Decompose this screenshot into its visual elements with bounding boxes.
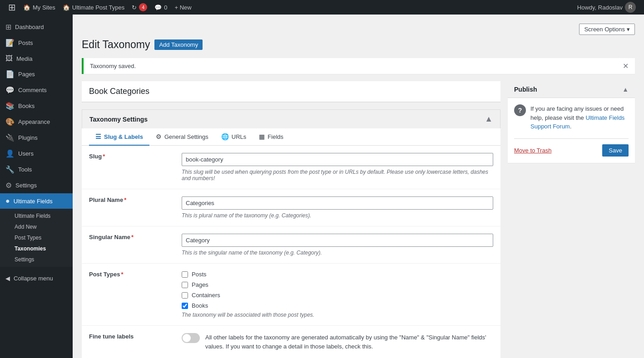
slug-input[interactable] xyxy=(182,153,493,166)
fine-tune-label: Fine tune labels xyxy=(82,326,182,358)
post-types-books-label: Books xyxy=(192,302,208,309)
taxonomy-settings-box: Taxonomy Settings ▲ ☰ Slug & Labels ⚙ Ge… xyxy=(82,109,500,358)
sidebar-item-label: Appearance xyxy=(18,118,50,125)
publish-body: ? If you are facing any issues or need h… xyxy=(508,98,635,163)
site-name-menu[interactable]: 🏠 Ultimate Post Types xyxy=(59,0,128,15)
post-types-containers-label: Containers xyxy=(192,292,220,299)
sidebar-item-tools[interactable]: 🔧 Tools xyxy=(0,162,73,177)
ultimate-fields-submenu: Ultimate Fields Add New Post Types Taxon… xyxy=(0,209,73,267)
wp-logo-menu[interactable]: ⊞ xyxy=(5,0,20,15)
fine-tune-text: All other labels for the taxonomy are ge… xyxy=(205,333,493,351)
comments-count: 0 xyxy=(164,4,167,11)
screen-options-button[interactable]: Screen Options ▾ xyxy=(579,24,635,35)
main-area: Book Categories Taxonomy Settings ▲ ☰ Sl… xyxy=(82,81,635,358)
sidebar-item-books[interactable]: 📚 Books xyxy=(0,98,73,114)
success-notice: Taxonomy saved. ✕ xyxy=(82,58,635,74)
post-types-containers-item[interactable]: Containers xyxy=(182,292,493,299)
users-icon: 👤 xyxy=(5,149,15,158)
sidebar-item-label: Comments xyxy=(18,87,47,93)
general-settings-tab-icon: ⚙ xyxy=(156,133,162,140)
content-box: Book Categories xyxy=(82,81,500,102)
move-to-trash-link[interactable]: Move to Trash xyxy=(514,147,551,154)
submenu-item-post-types[interactable]: Post Types xyxy=(0,232,73,243)
main-content: Screen Options ▾ Edit Taxonomy Add Taxon… xyxy=(73,15,644,358)
collapse-icon: ◀ xyxy=(5,275,10,282)
post-types-containers-checkbox[interactable] xyxy=(182,292,188,299)
singular-name-content: This is the singular name of the taxonom… xyxy=(182,226,500,263)
singular-name-row: Singular Name * This is the singular nam… xyxy=(82,226,500,264)
sidebar-item-label: Books xyxy=(18,103,35,109)
singular-name-input[interactable] xyxy=(182,234,493,247)
updates-icon: ↻ xyxy=(132,4,137,11)
notice-close-button[interactable]: ✕ xyxy=(623,62,629,70)
tab-urls[interactable]: 🌐 URLs xyxy=(215,128,253,146)
tab-slug-labels[interactable]: ☰ Slug & Labels xyxy=(89,128,149,146)
sidebar-item-settings[interactable]: ⚙ Settings xyxy=(0,177,73,193)
collapse-menu-button[interactable]: ◀ Collapse menu xyxy=(0,271,73,285)
sidebar-item-label: Settings xyxy=(15,182,37,189)
post-types-pages-checkbox[interactable] xyxy=(182,282,188,288)
post-types-books-checkbox[interactable] xyxy=(182,303,188,309)
user-menu[interactable]: Howdy, Radoslav R xyxy=(574,0,639,15)
post-types-checkboxes: Posts Pages Containers xyxy=(182,271,493,309)
my-sites-menu[interactable]: 🏠 My Sites xyxy=(20,0,59,15)
notice-message: Taxonomy saved. xyxy=(90,63,136,69)
sidebar-panel: Publish ▲ ? If you are facing any issues… xyxy=(508,81,635,358)
add-taxonomy-button[interactable]: Add Taxonomy xyxy=(154,39,203,50)
tab-general-settings[interactable]: ⚙ General Settings xyxy=(149,128,215,146)
avatar: R xyxy=(625,2,636,13)
sidebar-item-label: Media xyxy=(16,55,32,62)
submenu-item-add-new[interactable]: Add New xyxy=(0,221,73,232)
fine-tune-toggle[interactable] xyxy=(182,333,200,343)
sidebar-item-dashboard[interactable]: ⊞ Dashboard xyxy=(0,19,73,35)
admin-menu: ⊞ Dashboard 📝 Posts 🖼 Media 📄 Pages 💬 Co… xyxy=(0,15,73,358)
my-sites-label: My Sites xyxy=(33,4,55,11)
publish-header: Publish ▲ xyxy=(508,81,635,98)
new-label: + New xyxy=(174,4,191,11)
post-types-posts-checkbox[interactable] xyxy=(182,271,188,278)
sidebar-item-media[interactable]: 🖼 Media xyxy=(0,51,73,66)
post-types-books-item[interactable]: Books xyxy=(182,302,493,309)
tab-label: Slug & Labels xyxy=(104,133,143,140)
sidebar-item-comments[interactable]: 💬 Comments xyxy=(0,82,73,98)
sidebar-item-users[interactable]: 👤 Users xyxy=(0,146,73,162)
sidebar-item-label: Users xyxy=(18,150,34,157)
content-box-title: Book Categories xyxy=(82,81,500,102)
sidebar-item-plugins[interactable]: 🔌 Plugins xyxy=(0,130,73,146)
post-types-content: Posts Pages Containers xyxy=(182,264,500,325)
post-types-pages-item[interactable]: Pages xyxy=(182,281,493,288)
ultimate-fields-icon: ● xyxy=(5,197,10,205)
updates-count: 4 xyxy=(139,3,147,11)
posts-icon: 📝 xyxy=(5,39,15,47)
comments-menu[interactable]: 💬 0 xyxy=(151,0,171,15)
tab-fields[interactable]: ▦ Fields xyxy=(253,128,290,146)
sidebar-item-label: Dashboard xyxy=(15,24,44,30)
submenu-item-ultimate-fields[interactable]: Ultimate Fields xyxy=(0,211,73,221)
collapse-label: Collapse menu xyxy=(14,275,53,282)
sidebar-item-label: Plugins xyxy=(18,134,38,141)
post-types-posts-item[interactable]: Posts xyxy=(182,271,493,278)
sidebar-item-pages[interactable]: 📄 Pages xyxy=(0,66,73,82)
pages-icon: 📄 xyxy=(5,70,15,78)
new-content-menu[interactable]: + New xyxy=(171,0,195,15)
sidebar-item-posts[interactable]: 📝 Posts xyxy=(0,35,73,51)
slug-content: This slug will be used when quierying po… xyxy=(182,146,500,189)
sidebar-item-ultimate-fields[interactable]: ● Ultimate Fields xyxy=(0,193,73,209)
support-forum-link[interactable]: Ultimate Fields Support Forum xyxy=(530,114,624,130)
plural-name-input[interactable] xyxy=(182,196,493,210)
tools-icon: 🔧 xyxy=(5,165,15,174)
publish-collapse-icon[interactable]: ▲ xyxy=(622,86,629,93)
screen-options-bar: Screen Options ▾ xyxy=(82,24,635,35)
urls-tab-icon: 🌐 xyxy=(221,133,229,140)
appearance-icon: 🎨 xyxy=(5,118,15,126)
submenu-item-taxonomies[interactable]: Taxonomies xyxy=(0,243,73,254)
taxonomy-settings-collapse-button[interactable]: ▲ xyxy=(485,114,493,124)
page-title: Edit Taxonomy xyxy=(82,39,150,51)
publish-box: Publish ▲ ? If you are facing any issues… xyxy=(508,81,635,163)
help-icon: ? xyxy=(514,104,526,116)
sidebar-item-appearance[interactable]: 🎨 Appearance xyxy=(0,114,73,130)
slug-label: Slug * xyxy=(82,146,182,189)
updates-menu[interactable]: ↻ 4 xyxy=(128,0,151,15)
save-button[interactable]: Save xyxy=(602,144,629,157)
submenu-item-settings[interactable]: Settings xyxy=(0,254,73,265)
